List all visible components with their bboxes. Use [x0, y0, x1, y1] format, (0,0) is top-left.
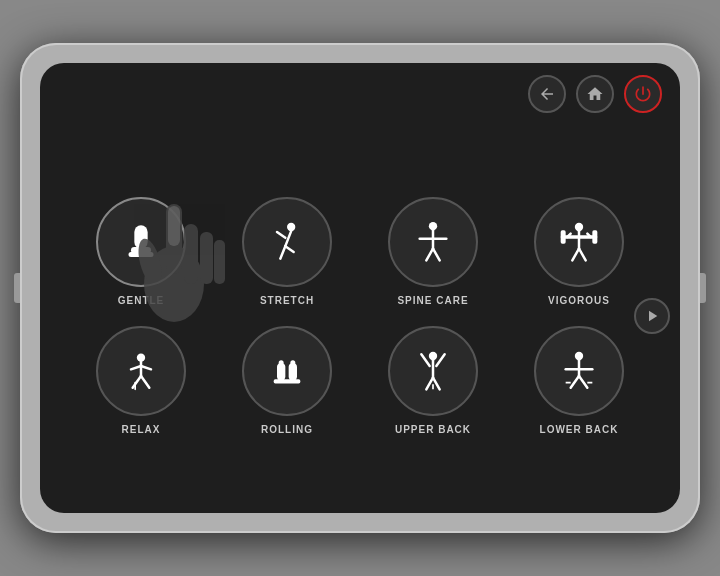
- svg-line-14: [285, 246, 293, 252]
- power-button[interactable]: [624, 75, 662, 113]
- svg-line-18: [426, 249, 433, 261]
- gentle-label: GENTLE: [118, 295, 165, 306]
- stretch-label: STRETCH: [260, 295, 314, 306]
- gentle-button[interactable]: [96, 197, 186, 287]
- svg-rect-38: [274, 379, 301, 383]
- gentle-icon: [116, 217, 166, 267]
- rolling-item[interactable]: ROLLING: [226, 326, 348, 435]
- svg-point-48: [575, 352, 583, 360]
- tablet-screen: GENTLE STRETCH: [40, 63, 680, 513]
- vigorous-icon: [554, 217, 604, 267]
- svg-rect-7: [134, 225, 147, 248]
- main-area: GENTLE STRETCH: [40, 119, 680, 513]
- svg-rect-9: [129, 252, 154, 257]
- next-button[interactable]: [634, 298, 670, 334]
- svg-point-15: [429, 222, 437, 230]
- spine-care-label: SPINE CARE: [397, 295, 468, 306]
- svg-rect-37: [289, 363, 297, 381]
- lower-back-icon: [554, 346, 604, 396]
- svg-line-52: [579, 376, 587, 388]
- top-bar: [40, 63, 680, 119]
- exercise-grid: GENTLE STRETCH: [80, 197, 640, 435]
- lower-back-button[interactable]: [534, 326, 624, 416]
- rolling-button[interactable]: [242, 326, 332, 416]
- svg-line-33: [133, 376, 141, 388]
- vigorous-button[interactable]: [534, 197, 624, 287]
- upper-back-label: UPPER BACK: [395, 424, 471, 435]
- svg-line-46: [433, 378, 440, 390]
- vigorous-item[interactable]: VIGOROUS: [518, 197, 640, 306]
- upper-back-icon: [408, 346, 458, 396]
- svg-line-44: [436, 354, 444, 366]
- svg-line-13: [277, 232, 285, 238]
- svg-line-32: [141, 366, 151, 369]
- back-button[interactable]: [528, 75, 566, 113]
- svg-point-39: [279, 360, 284, 365]
- svg-line-34: [141, 376, 149, 388]
- spine-care-item[interactable]: SPINE CARE: [372, 197, 494, 306]
- svg-point-40: [290, 360, 295, 365]
- svg-line-43: [421, 354, 429, 366]
- rolling-icon: [262, 346, 312, 396]
- svg-line-28: [579, 249, 586, 261]
- lower-back-label: LOWER BACK: [540, 424, 619, 435]
- svg-point-41: [429, 352, 437, 360]
- svg-line-45: [426, 378, 433, 390]
- tablet-device: GENTLE STRETCH: [20, 43, 700, 533]
- home-button[interactable]: [576, 75, 614, 113]
- relax-label: RELAX: [122, 424, 161, 435]
- rolling-label: ROLLING: [261, 424, 313, 435]
- svg-rect-36: [277, 363, 285, 381]
- svg-line-12: [280, 246, 285, 258]
- relax-button[interactable]: [96, 326, 186, 416]
- svg-line-27: [572, 249, 579, 261]
- svg-line-51: [571, 376, 579, 388]
- svg-rect-22: [561, 230, 566, 243]
- stretch-item[interactable]: STRETCH: [226, 197, 348, 306]
- lower-back-item[interactable]: LOWER BACK: [518, 326, 640, 435]
- upper-back-item[interactable]: UPPER BACK: [372, 326, 494, 435]
- stretch-icon: [262, 217, 312, 267]
- stretch-button[interactable]: [242, 197, 332, 287]
- vigorous-label: VIGOROUS: [548, 295, 610, 306]
- spine-care-button[interactable]: [388, 197, 478, 287]
- svg-line-19: [433, 249, 440, 261]
- svg-line-31: [131, 366, 141, 369]
- svg-rect-23: [592, 230, 597, 243]
- relax-item[interactable]: RELAX: [80, 326, 202, 435]
- gentle-item[interactable]: GENTLE: [80, 197, 202, 306]
- upper-back-button[interactable]: [388, 326, 478, 416]
- relax-icon: [116, 346, 166, 396]
- spine-care-icon: [408, 217, 458, 267]
